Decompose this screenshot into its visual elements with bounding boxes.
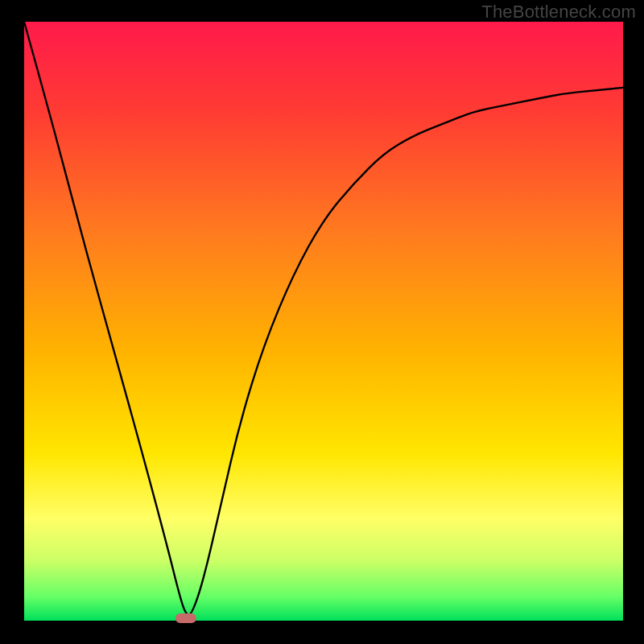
chart-frame: TheBottleneck.com: [0, 0, 644, 644]
bottleneck-chart: [0, 0, 644, 644]
watermark-text: TheBottleneck.com: [481, 2, 636, 23]
chart-plot-area: [24, 22, 623, 621]
minimum-marker: [175, 613, 196, 623]
